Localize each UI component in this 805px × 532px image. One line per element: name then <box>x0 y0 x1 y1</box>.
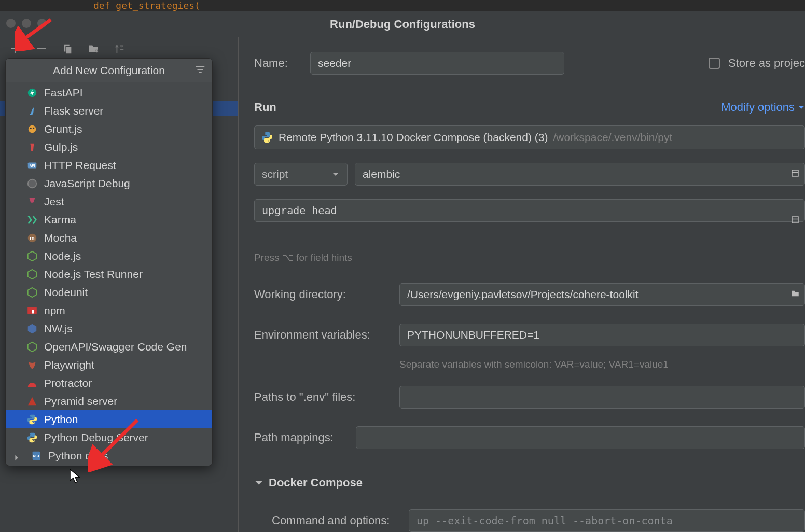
popup-filter-icon[interactable] <box>195 64 206 78</box>
config-type-label: npm <box>44 304 65 317</box>
modify-options-link[interactable]: Modify options <box>721 101 805 114</box>
npm-icon <box>26 305 38 316</box>
interpreter-selector[interactable]: Remote Python 3.11.10 Docker Compose (ba… <box>254 125 805 149</box>
config-type-jest[interactable]: Jest <box>6 192 212 211</box>
script-mode-select[interactable]: script <box>254 163 348 186</box>
save-to-folder-button[interactable] <box>87 43 100 55</box>
parameters-input[interactable] <box>254 199 805 222</box>
svg-text:API: API <box>30 163 35 167</box>
config-type-flask-server[interactable]: Flask server <box>6 102 212 120</box>
config-type-karma[interactable]: Karma <box>6 211 212 229</box>
config-type-mocha[interactable]: mMocha <box>6 229 212 247</box>
env-vars-hint: Separate variables with semicolon: VAR=v… <box>399 359 805 370</box>
swagger-icon <box>26 341 38 353</box>
working-directory-label: Working directory: <box>254 288 399 301</box>
svg-text:RST: RST <box>33 454 40 457</box>
docker-compose-section-header[interactable]: Docker Compose <box>254 476 805 489</box>
dialog-title: Run/Debug Configurations <box>330 18 475 31</box>
config-type-fastapi[interactable]: FastAPI <box>6 83 212 102</box>
add-configuration-button[interactable] <box>9 43 22 55</box>
chevron-right-icon <box>13 452 21 460</box>
config-type-javascript-debug[interactable]: JavaScript Debug <box>6 174 212 192</box>
env-vars-input[interactable] <box>399 324 805 346</box>
jsdebug-icon <box>26 178 38 189</box>
config-type-label: Playwright <box>44 359 94 371</box>
fastapi-icon <box>26 87 38 99</box>
env-files-input[interactable] <box>399 386 805 409</box>
traffic-close[interactable] <box>6 19 16 28</box>
config-type-protractor[interactable]: Protractor <box>6 374 212 392</box>
dialog-titlebar: Run/Debug Configurations <box>0 11 805 37</box>
nwjs-icon <box>26 323 38 334</box>
browse-icon[interactable] <box>790 169 800 180</box>
config-type-label: OpenAPI/Swagger Code Gen <box>44 341 187 353</box>
config-type-label: Nodeunit <box>44 286 88 299</box>
pydocs-icon: RST <box>31 450 42 461</box>
field-hints-text: Press ⌥ for field hints <box>254 251 805 263</box>
nodetest-icon <box>26 269 38 280</box>
config-type-npm[interactable]: npm <box>6 301 212 319</box>
svg-point-3 <box>33 127 34 129</box>
config-type-label: FastAPI <box>44 87 83 99</box>
remove-configuration-button[interactable] <box>35 43 48 55</box>
working-directory-input[interactable] <box>399 283 805 306</box>
config-type-node-js-test-runner[interactable]: Node.js Test Runner <box>6 265 212 283</box>
svg-point-2 <box>30 127 32 129</box>
path-mappings-label: Path mappings: <box>254 431 356 444</box>
python-icon <box>261 131 273 144</box>
config-type-label: JavaScript Debug <box>44 177 130 190</box>
script-path-input[interactable] <box>355 163 805 186</box>
config-type-label: Python <box>44 413 78 426</box>
config-type-label: HTTP Request <box>44 159 116 172</box>
config-type-grunt-js[interactable]: Grunt.js <box>6 120 212 138</box>
traffic-zoom[interactable] <box>37 19 47 28</box>
config-type-pyramid-server[interactable]: Pyramid server <box>6 392 212 410</box>
traffic-minimize[interactable] <box>22 19 31 28</box>
config-type-label: Mocha <box>44 232 77 244</box>
config-type-label: Flask server <box>44 105 103 117</box>
name-input[interactable] <box>310 52 564 75</box>
run-section-title: Run <box>254 101 276 114</box>
config-type-label: Node.js <box>44 250 81 262</box>
chevron-down-icon <box>331 170 340 178</box>
config-type-gulp-js[interactable]: Gulp.js <box>6 138 212 156</box>
browse-folder-icon[interactable] <box>790 289 800 300</box>
svg-point-7 <box>28 179 37 188</box>
env-vars-label: Environment variables: <box>254 328 399 342</box>
store-as-project-file[interactable]: Store as projec <box>709 57 805 70</box>
chevron-down-icon <box>798 104 805 111</box>
config-type-http-request[interactable]: APIHTTP Request <box>6 156 212 174</box>
expand-icon[interactable] <box>790 215 800 227</box>
command-options-label: Command and options: <box>272 514 401 527</box>
python-icon <box>26 414 38 425</box>
node-icon <box>26 250 38 262</box>
config-type-python-docs[interactable]: RSTPython docs <box>6 446 212 465</box>
jest-icon <box>26 196 38 207</box>
config-type-label: Karma <box>44 214 76 226</box>
config-type-python[interactable]: Python <box>6 410 212 428</box>
sort-alpha-button[interactable] <box>113 43 126 55</box>
env-files-label: Paths to ".env" files: <box>254 390 399 404</box>
config-type-label: Gulp.js <box>44 141 78 153</box>
configurations-toolbar <box>0 37 238 60</box>
configuration-type-list[interactable]: FastAPIFlask serverGrunt.jsGulp.jsAPIHTT… <box>6 82 212 466</box>
configuration-editor: Name: Store as projec Run Modify options <box>239 37 805 532</box>
copy-configuration-button[interactable] <box>61 43 74 55</box>
svg-point-1 <box>29 125 36 133</box>
interpreter-name: Remote Python 3.11.10 Docker Compose (ba… <box>279 131 548 144</box>
config-type-label: Protractor <box>44 377 92 389</box>
protractor-icon <box>26 377 38 389</box>
config-type-label: Pyramid server <box>44 395 117 408</box>
config-type-python-debug-server[interactable]: Python Debug Server <box>6 428 212 446</box>
config-type-nw-js[interactable]: NW.js <box>6 319 212 338</box>
config-type-node-js[interactable]: Node.js <box>6 247 212 265</box>
config-type-label: Jest <box>44 195 64 208</box>
command-options-input[interactable] <box>409 509 805 532</box>
config-type-nodeunit[interactable]: Nodeunit <box>6 283 212 301</box>
path-mappings-input[interactable] <box>356 426 805 449</box>
config-type-playwright[interactable]: Playwright <box>6 356 212 374</box>
popup-title-bar: Add New Configuration <box>6 59 212 82</box>
store-checkbox[interactable] <box>709 58 720 69</box>
config-type-openapi-swagger-code-gen[interactable]: OpenAPI/Swagger Code Gen <box>6 338 212 356</box>
config-type-label: Python docs <box>48 450 108 462</box>
